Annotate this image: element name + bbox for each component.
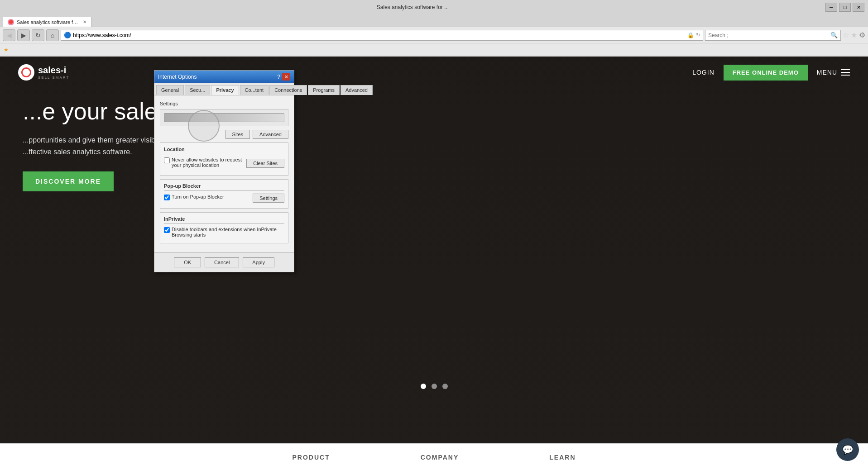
hero-content: ...e your sales revenue ...pportunities … (23, 97, 845, 191)
hero-title: ...e your sales revenue (23, 97, 845, 125)
popup-blocker-checkbox-label: Turn on Pop-up Blocker (164, 194, 224, 200)
tab-label: Sales analytics software for ... (17, 19, 80, 25)
hamburger-icon (841, 69, 850, 76)
tab-bar: 🔴 Sales analytics software for ... ✕ (0, 14, 868, 27)
ok-button[interactable]: OK (174, 257, 201, 267)
title-bar-controls: ─ □ ✕ (825, 3, 864, 12)
search-bar[interactable]: 🔍 (705, 30, 841, 41)
popup-blocker-section: Pop-up Blocker Turn on Pop-up Blocker Se… (160, 179, 288, 209)
browser-icon: 🔵 (64, 32, 71, 38)
popup-blocker-title: Pop-up Blocker (164, 183, 284, 191)
logo-text-group: sales-i SELL SMART (38, 65, 69, 80)
refresh-small-icon: ↻ (696, 32, 700, 38)
popup-settings-button[interactable]: Settings (253, 194, 284, 203)
address-bar[interactable]: 🔵 🔒 ↻ (61, 30, 703, 41)
slide-dots (421, 384, 448, 389)
toolbar-icons: ★ (0, 43, 868, 56)
site-logo: sales-i SELL SMART (18, 64, 69, 81)
location-label-text: Never allow websites to request your phy… (172, 157, 246, 168)
back-button[interactable]: ◀ (3, 29, 15, 41)
dialog-tab-general[interactable]: General (156, 85, 184, 95)
dialog-tab-privacy[interactable]: Privacy (211, 85, 239, 95)
hero-subtitle-line2: ...ffective sales analytics software. (23, 148, 132, 156)
star-icon[interactable]: ☆ (843, 31, 849, 39)
advanced-button[interactable]: Advanced (253, 130, 288, 139)
inprivate-label-text: Disable toolbars and extensions when InP… (172, 227, 284, 237)
location-row: Never allow websites to request your phy… (164, 157, 284, 170)
maximize-button[interactable]: □ (839, 3, 851, 12)
address-input[interactable] (73, 32, 686, 38)
logo-text: sales-i (38, 65, 66, 75)
inprivate-checkbox[interactable] (164, 227, 170, 233)
dialog-tab-advanced[interactable]: Advanced (340, 85, 373, 95)
dialog-help-button[interactable]: ? (277, 74, 280, 80)
home-star-icon[interactable]: ★ (851, 31, 857, 39)
tab-favicon: 🔴 (8, 19, 14, 25)
tab-close-icon[interactable]: ✕ (83, 19, 86, 24)
location-checkbox-label: Never allow websites to request your phy… (164, 157, 246, 168)
demo-button[interactable]: FREE ONLINE DEMO (724, 65, 808, 81)
dialog-footer: OK Cancel Apply (154, 252, 294, 272)
gear-icon[interactable]: ⚙ (859, 31, 865, 39)
browser-tab-active[interactable]: 🔴 Sales analytics software for ... ✕ (3, 17, 91, 27)
apply-button[interactable]: Apply (243, 257, 274, 267)
internet-options-dialog: Internet Options ? ✕ General Secu... Pri… (154, 70, 294, 272)
dialog-tab-security[interactable]: Secu... (185, 85, 210, 95)
discover-more-button[interactable]: DISCOVER MORE (23, 171, 114, 191)
slide-dot-1[interactable] (421, 384, 426, 389)
popup-blocker-label-text: Turn on Pop-up Blocker (172, 194, 224, 199)
nav-bar: ◀ ▶ ↻ ⌂ 🔵 🔒 ↻ 🔍 ☆ ★ ⚙ (0, 27, 868, 43)
settings-box (160, 109, 288, 126)
logo-sub: SELL SMART (38, 76, 69, 80)
refresh-button[interactable]: ↻ (32, 29, 44, 41)
menu-label: MENU (817, 69, 837, 76)
forward-button[interactable]: ▶ (17, 29, 30, 41)
location-title: Location (164, 147, 284, 154)
clear-sites-button[interactable]: Clear Sites (246, 159, 284, 168)
dialog-title: Internet Options (158, 74, 277, 80)
location-checkbox[interactable] (164, 157, 170, 163)
dialog-titlebar: Internet Options ? ✕ (154, 71, 294, 83)
site-navigation: sales-i SELL SMART LOGIN FREE ONLINE DEM… (0, 57, 868, 88)
chat-icon: 💬 (842, 444, 854, 455)
privacy-slider (164, 113, 284, 122)
menu-line-2 (841, 72, 850, 73)
dialog-close-button[interactable]: ✕ (282, 73, 290, 81)
dialog-body: Settings Sites Advanced Location (154, 95, 294, 252)
logo-icon-inner (21, 67, 31, 77)
dialog-tab-connections[interactable]: Connections (269, 85, 307, 95)
title-bar-title: Sales analytics software for ... (4, 4, 822, 10)
browser-chrome: Sales analytics software for ... ─ □ ✕ 🔴… (0, 0, 868, 57)
footer-company[interactable]: COMPANY (421, 454, 459, 461)
footer-strip: PRODUCT COMPANY LEARN (0, 443, 868, 470)
title-bar: Sales analytics software for ... ─ □ ✕ (0, 0, 868, 14)
inprivate-title: InPrivate (164, 216, 284, 224)
lock-icon: 🔒 (687, 32, 694, 38)
dialog-tab-content[interactable]: Co...tent (240, 85, 269, 95)
minimize-button[interactable]: ─ (825, 3, 837, 12)
inprivate-section: InPrivate Disable toolbars and extension… (160, 212, 288, 243)
search-icon[interactable]: 🔍 (830, 32, 838, 38)
dialog-tab-programs[interactable]: Programs (308, 85, 340, 95)
cancel-button[interactable]: Cancel (205, 257, 239, 267)
inprivate-checkbox-label: Disable toolbars and extensions when InP… (164, 227, 284, 237)
menu-line-1 (841, 69, 850, 70)
chat-bubble[interactable]: 💬 (836, 438, 859, 461)
home-button[interactable]: ⌂ (46, 29, 59, 41)
site-nav-right: LOGIN FREE ONLINE DEMO MENU (692, 65, 850, 81)
settings-button-row: Sites Advanced (160, 130, 288, 139)
popup-blocker-checkbox[interactable] (164, 195, 170, 200)
location-section: Location Never allow websites to request… (160, 142, 288, 176)
footer-learn[interactable]: LEARN (549, 454, 575, 461)
search-input[interactable] (708, 32, 829, 38)
slide-dot-2[interactable] (432, 384, 437, 389)
sites-button[interactable]: Sites (225, 130, 250, 139)
slide-dot-3[interactable] (442, 384, 448, 389)
logo-icon (18, 64, 34, 81)
close-button[interactable]: ✕ (853, 3, 864, 12)
login-link[interactable]: LOGIN (692, 69, 715, 76)
menu-line-3 (841, 75, 850, 76)
menu-button[interactable]: MENU (817, 69, 850, 76)
footer-product[interactable]: PRODUCT (293, 454, 330, 461)
settings-label: Settings (160, 101, 288, 106)
